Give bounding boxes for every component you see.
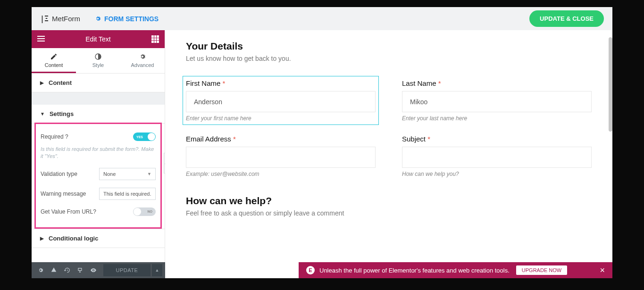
top-bar: |Ξ MetForm FORM SETTINGS UPDATE & CLOSE	[32, 7, 612, 30]
promo-bar: E Unleash the full power of Elementor's …	[299, 262, 612, 278]
subject-input[interactable]	[402, 147, 592, 168]
pencil-icon	[50, 53, 58, 60]
sidebar-header: Edit Text	[32, 30, 165, 48]
update-and-close-button[interactable]: UPDATE & CLOSE	[529, 10, 604, 27]
preview-icon[interactable]	[87, 264, 100, 276]
update-menu-button[interactable]: ▲	[152, 264, 162, 276]
required-toggle[interactable]: YES	[133, 133, 156, 141]
validation-value: None	[103, 171, 116, 177]
last-name-label: Last Name *	[402, 79, 592, 87]
gear-icon	[139, 53, 146, 60]
tab-content[interactable]: Content	[32, 48, 76, 73]
geturl-toggle[interactable]: NO	[133, 207, 156, 216]
caret-right-icon: ▶	[40, 236, 44, 241]
close-icon[interactable]: ×	[600, 265, 605, 275]
form-settings-label: FORM SETTINGS	[104, 15, 159, 23]
geturl-row: Get Value From URL? NO	[41, 204, 156, 220]
form-settings-button[interactable]: FORM SETTINGS	[94, 15, 159, 23]
subject-label: Subject *	[402, 135, 592, 143]
top-bar-left: |Ξ MetForm FORM SETTINGS	[40, 15, 159, 23]
toggle-yes-text: YES	[136, 135, 143, 139]
field-subject[interactable]: Subject * How can we help you?	[402, 135, 592, 177]
email-hint: Example: user@website.com	[186, 171, 376, 177]
metform-icon: |Ξ	[40, 15, 49, 23]
canvas: Your Details Let us know how to get back…	[165, 30, 612, 278]
settings-highlight: Required ? YES Is this field is required…	[34, 123, 162, 229]
tab-style[interactable]: Style	[76, 48, 120, 73]
brand-label: MetForm	[52, 15, 80, 23]
toggle-knob	[134, 208, 141, 215]
section-conditional-label: Conditional logic	[49, 235, 98, 242]
style-icon	[94, 53, 102, 60]
caret-right-icon: ▶	[40, 80, 44, 85]
sidebar-tabs: Content Style Advanced	[32, 48, 165, 74]
email-label: Email Address *	[186, 135, 376, 143]
warning-label: Warning message	[41, 191, 86, 197]
toggle-knob	[148, 133, 155, 141]
section-sub-details: Let us know how to get back to you.	[186, 55, 592, 62]
modal-body: Edit Text Content Style Advanced	[32, 30, 612, 278]
email-input[interactable]	[186, 147, 376, 168]
section-settings-label: Settings	[50, 110, 74, 117]
required-label: Required ?	[41, 133, 68, 140]
field-last-name[interactable]: Last Name * Enter your last name here	[402, 79, 592, 122]
tab-advanced[interactable]: Advanced	[120, 48, 165, 73]
required-row: Required ? YES	[41, 129, 156, 145]
section-content-label: Content	[49, 79, 72, 86]
elementor-icon: E	[306, 266, 315, 274]
validation-select[interactable]: None ▼	[99, 168, 156, 180]
history-icon[interactable]	[61, 264, 73, 276]
first-name-hint: Enter your first name here	[186, 115, 376, 122]
sidebar: Edit Text Content Style Advanced	[32, 30, 165, 278]
modal: |Ξ MetForm FORM SETTINGS UPDATE & CLOSE …	[32, 7, 612, 278]
field-first-name[interactable]: First Name * Enter your first name here	[183, 76, 378, 124]
last-name-input[interactable]	[402, 91, 592, 112]
tab-content-label: Content	[45, 62, 63, 68]
settings-icon[interactable]	[34, 264, 47, 276]
promo-text: Unleash the full power of Elementor's fe…	[319, 267, 510, 274]
sidebar-footer: UPDATE ▲	[32, 262, 165, 278]
canvas-scrollbar[interactable]	[609, 37, 612, 132]
warning-row: Warning message	[41, 184, 156, 204]
section-gap	[32, 92, 165, 105]
last-name-hint: Enter your last name here	[402, 115, 592, 122]
section-settings[interactable]: ▼ Settings	[32, 105, 165, 124]
tab-style-label: Style	[92, 62, 104, 68]
brand: |Ξ MetForm	[40, 15, 80, 23]
sidebar-panel: ▶ Content ▼ Settings Required ? YES	[32, 74, 165, 248]
toggle-no-text: NO	[148, 210, 153, 213]
warning-input[interactable]	[99, 188, 156, 200]
update-button[interactable]: UPDATE	[103, 264, 151, 276]
required-help: Is this field is required for submit the…	[41, 145, 156, 164]
section-heading-details: Your Details	[186, 41, 592, 52]
first-name-label: First Name *	[186, 79, 376, 87]
gear-icon	[94, 15, 101, 22]
form-grid: First Name * Enter your first name here …	[186, 79, 592, 177]
section-heading-help: How can we help?	[186, 195, 592, 207]
subject-hint: How can we help you?	[402, 171, 592, 177]
section-conditional[interactable]: ▶ Conditional logic	[32, 229, 165, 248]
caret-down-icon: ▼	[40, 111, 45, 116]
chevron-down-icon: ▼	[147, 172, 151, 176]
navigator-icon[interactable]	[48, 264, 60, 276]
section-help: How can we help? Feel free to ask a ques…	[186, 195, 592, 217]
field-email[interactable]: Email Address * Example: user@website.co…	[186, 135, 376, 177]
first-name-input[interactable]	[186, 91, 376, 112]
responsive-icon[interactable]	[74, 264, 86, 276]
upgrade-button[interactable]: UPGRADE NOW	[516, 265, 567, 275]
tab-advanced-label: Advanced	[131, 62, 154, 68]
validation-row: Validation type None ▼	[41, 164, 156, 184]
sidebar-title: Edit Text	[85, 35, 110, 43]
section-content[interactable]: ▶ Content	[32, 74, 165, 92]
menu-icon[interactable]	[37, 36, 45, 42]
geturl-label: Get Value From URL?	[41, 208, 96, 215]
validation-label: Validation type	[41, 171, 77, 177]
widgets-icon[interactable]	[151, 35, 159, 43]
section-sub-help: Feel free to ask a question or simply le…	[186, 209, 592, 217]
